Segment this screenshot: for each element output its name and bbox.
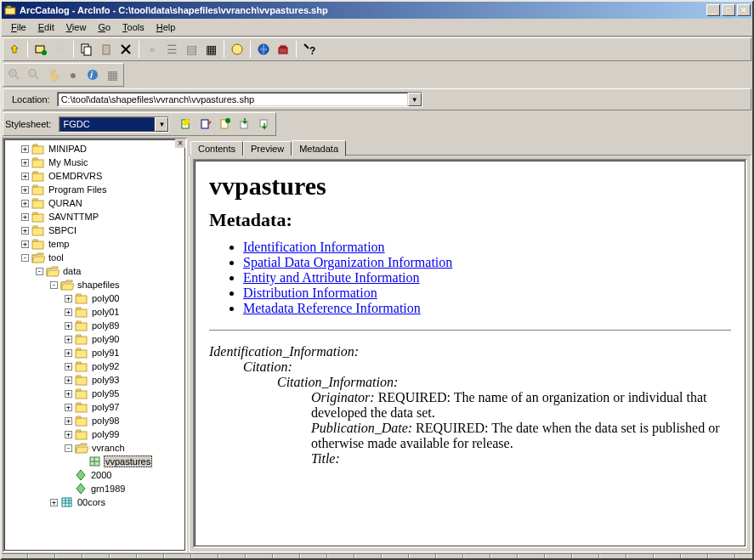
tree-toggle[interactable]: + (65, 336, 72, 343)
close-button[interactable]: ✕ (737, 4, 751, 16)
tree-label[interactable]: poly92 (90, 361, 121, 371)
tree-toggle[interactable]: + (21, 159, 29, 167)
tree-label[interactable]: QURAN (47, 198, 84, 208)
up-button[interactable] (5, 40, 24, 59)
tree-row[interactable]: +Program Files (7, 183, 183, 196)
tree-row[interactable]: +OEMDRVRS (7, 169, 183, 183)
tree-label[interactable]: vvranch (90, 443, 127, 453)
tree-row[interactable]: +temp (7, 237, 183, 251)
tree-row[interactable]: 2000 (7, 468, 183, 482)
tree-label[interactable]: SBPCI (47, 225, 78, 235)
tree-row[interactable]: +SAVNTTMP (7, 210, 183, 223)
tree-row[interactable]: +poly89 (7, 319, 183, 332)
tree-label[interactable]: poly91 (90, 348, 121, 358)
menu-view[interactable]: View (60, 20, 93, 34)
tree-row[interactable]: +My Music (7, 156, 183, 169)
tree-toggle[interactable]: + (21, 227, 29, 235)
tree-label[interactable]: 00cors (76, 497, 107, 507)
meta-link[interactable]: Metadata Reference Information (243, 301, 421, 315)
tree-label[interactable]: 2000 (89, 470, 113, 480)
tree-label[interactable]: poly00 (90, 293, 121, 303)
delete-button[interactable] (116, 40, 135, 59)
tree-row[interactable]: +QURAN (7, 196, 183, 210)
meta-link[interactable]: Identification Information (243, 240, 385, 254)
tree-row[interactable]: +MINIPAD (7, 142, 183, 156)
catalog-button[interactable] (228, 40, 247, 59)
import-metadata-button[interactable] (235, 115, 254, 133)
tab-preview[interactable]: Preview (243, 141, 292, 156)
tree-label[interactable]: tool (47, 252, 65, 263)
tree-row[interactable]: +poly99 (7, 427, 183, 441)
tree-toggle[interactable]: + (21, 173, 29, 180)
thumbnails-button[interactable]: ▦ (201, 40, 220, 59)
tree-toggle[interactable]: + (21, 145, 29, 153)
tree-row[interactable]: -data (7, 264, 183, 278)
tree-toggle[interactable]: + (65, 349, 72, 357)
meta-link[interactable]: Distribution Information (243, 286, 377, 300)
copy-button[interactable] (77, 40, 96, 59)
tab-metadata[interactable]: Metadata (292, 140, 346, 156)
create-metadata-button[interactable] (216, 115, 235, 133)
tab-contents[interactable]: Contents (190, 141, 243, 156)
connect-button[interactable] (31, 40, 50, 59)
tree-label[interactable]: vvpastures (104, 455, 152, 467)
tree-toggle[interactable]: + (21, 200, 29, 207)
tree-row[interactable]: +00cors (7, 495, 183, 509)
tree-toggle[interactable]: + (65, 404, 72, 411)
tree-label[interactable]: poly99 (90, 429, 121, 439)
stylesheet-value[interactable]: FGDC (60, 117, 155, 132)
tree-toggle[interactable]: + (65, 417, 72, 425)
tree-row[interactable]: +poly93 (7, 373, 183, 387)
location-dropdown-button[interactable]: ▼ (408, 93, 422, 106)
stylesheet-dropdown-button[interactable]: ▼ (155, 117, 168, 132)
tree-row[interactable]: +SBPCI (7, 223, 183, 237)
tree-row[interactable]: +poly01 (7, 305, 183, 319)
menu-tools[interactable]: Tools (116, 20, 150, 34)
tree-row[interactable]: grn1989 (7, 482, 183, 495)
tree-toggle[interactable]: - (21, 254, 29, 262)
meta-link[interactable]: Entity and Attribute Information (243, 270, 420, 285)
tree-row[interactable]: +poly95 (7, 387, 183, 400)
tree-toggle[interactable]: - (50, 281, 58, 289)
tree-label[interactable]: data (61, 266, 82, 276)
tree-row[interactable]: +poly92 (7, 359, 183, 373)
tree-label[interactable]: shapefiles (76, 280, 122, 290)
tree-toggle[interactable]: + (65, 322, 72, 330)
tree-row[interactable]: vvpastures (7, 455, 183, 468)
tree-label[interactable]: SAVNTTMP (47, 212, 100, 222)
tree-toggle[interactable]: + (65, 295, 72, 303)
tree-row[interactable]: +poly00 (7, 291, 183, 305)
maximize-button[interactable]: □ (722, 4, 735, 16)
metadata-viewer[interactable]: vvpastures Metadata: Identification Info… (195, 161, 745, 546)
export-metadata-button[interactable] (255, 115, 274, 133)
tree-label[interactable]: poly98 (90, 416, 121, 426)
tree-toggle[interactable]: + (65, 431, 72, 438)
tree-toggle[interactable]: + (65, 376, 72, 384)
minimize-button[interactable]: _ (706, 4, 720, 16)
tree-label[interactable]: OEMDRVRS (47, 171, 104, 181)
tree-label[interactable]: temp (47, 239, 71, 249)
catalog-tree[interactable]: +MINIPAD+My Music+OEMDRVRS+Program Files… (5, 140, 184, 550)
tree-toggle[interactable]: + (21, 213, 29, 221)
tree-toggle[interactable]: + (65, 363, 72, 371)
properties-button[interactable] (196, 115, 215, 133)
toolbox-button[interactable] (274, 40, 292, 59)
tree-toggle[interactable]: - (65, 444, 72, 452)
edit-metadata-button[interactable] (177, 115, 196, 133)
tree-row[interactable]: +poly91 (7, 346, 183, 359)
tree-label[interactable]: poly89 (90, 320, 121, 331)
identify-button[interactable]: i (83, 65, 102, 84)
meta-link[interactable]: Spatial Data Organization Information (243, 255, 452, 269)
tree-label[interactable]: poly01 (90, 307, 121, 317)
whatsthis-button[interactable]: ? (300, 40, 319, 59)
tree-label[interactable]: poly97 (90, 402, 121, 412)
tree-label[interactable]: poly90 (90, 334, 121, 344)
menu-edit[interactable]: Edit (32, 20, 60, 34)
tree-toggle[interactable]: + (21, 240, 29, 248)
tree-label[interactable]: Program Files (47, 184, 108, 195)
tree-toggle[interactable]: + (21, 186, 29, 194)
tree-row[interactable]: -shapefiles (7, 278, 183, 291)
tree-toggle[interactable]: + (50, 499, 58, 506)
tree-close-button[interactable]: × (175, 139, 185, 148)
tree-label[interactable]: grn1989 (89, 484, 127, 494)
